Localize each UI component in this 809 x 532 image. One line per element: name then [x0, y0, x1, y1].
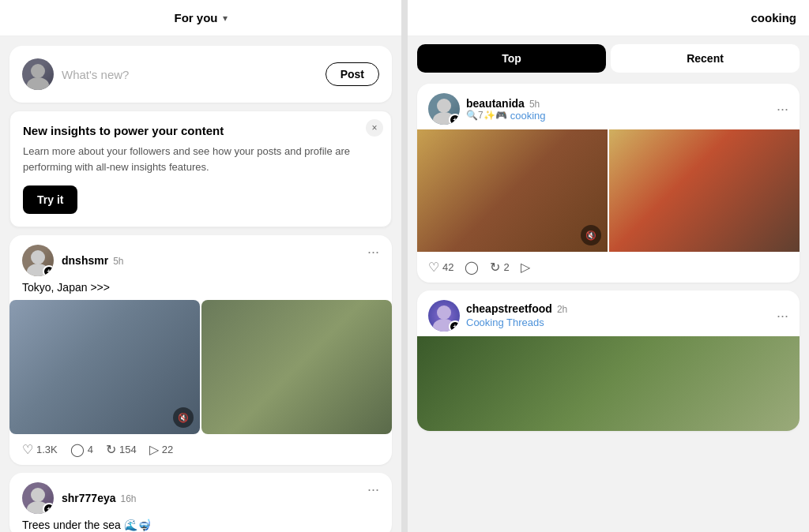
comment-icon-cooking: ◯ — [465, 260, 479, 275]
cooking-like-count: 42 — [442, 261, 453, 273]
post-meta: dnshsmr 5h — [62, 254, 123, 267]
cheap-avatar[interactable]: + — [428, 300, 460, 332]
mute-icon: 🔇 — [173, 407, 194, 428]
add-icon: + — [43, 265, 54, 276]
chevron-down-icon[interactable]: ▾ — [223, 13, 228, 24]
left-header: For you ▾ — [0, 0, 401, 36]
insight-title: New insights to power your content — [23, 124, 378, 137]
post-header-dnshsmr: + dnshsmr 5h ··· — [9, 245, 392, 276]
cooking-threads-link[interactable]: Cooking Threads — [466, 317, 544, 328]
post-username[interactable]: dnshsmr — [62, 254, 108, 267]
svg-point-0 — [31, 64, 45, 78]
post-username-shr[interactable]: shr777eya — [62, 492, 116, 504]
cooking-user-row-cheap: + cheapstreetfood 2h Cooking Threads — [428, 300, 567, 332]
cheap-meta: cheapstreetfood 2h Cooking Threads — [466, 302, 567, 329]
post-header-shr: + shr777eya 16h ··· — [9, 482, 392, 514]
cooking-comment-button[interactable]: ◯ — [465, 260, 479, 275]
compose-placeholder[interactable]: What's new? — [62, 68, 318, 81]
post-user-info: + dnshsmr 5h — [22, 245, 123, 276]
post-images: 🔇 — [9, 300, 392, 434]
share-count: 22 — [162, 444, 173, 455]
username-time: dnshsmr 5h — [62, 254, 123, 267]
dnshsmr-avatar[interactable]: + — [22, 245, 54, 276]
cooking-post-header-cheap: + cheapstreetfood 2h Cooking Threads ··· — [417, 290, 800, 336]
cooking-post-cheap: + cheapstreetfood 2h Cooking Threads ··· — [417, 290, 800, 431]
cooking-user-row-beau: + beautanida 5h 🔍7✨🎮 cooking — [428, 93, 546, 125]
post-image-2[interactable] — [201, 300, 392, 434]
svg-point-6 — [437, 99, 451, 113]
heart-icon: ♡ — [22, 442, 33, 457]
right-panel: cooking ··· Top Recent + — [408, 0, 809, 532]
post-text: Tokyo, Japan >>> — [9, 281, 392, 300]
beau-username[interactable]: beautanida — [466, 97, 525, 110]
repost-icon: ↻ — [106, 442, 116, 457]
share-icon-cooking: ▷ — [521, 260, 530, 275]
beau-avatar[interactable]: + — [428, 93, 460, 125]
repost-count: 154 — [119, 444, 137, 455]
mute-cooking-icon: 🔇 — [581, 225, 601, 245]
beau-hashtag-row: 🔍7✨🎮 cooking — [466, 110, 546, 122]
comment-count: 4 — [88, 444, 93, 455]
svg-point-1 — [27, 77, 49, 90]
like-button[interactable]: ♡ 1.3K — [22, 442, 58, 457]
cooking-image-1[interactable]: 🔇 — [417, 129, 608, 252]
cooking-like-button[interactable]: ♡ 42 — [428, 260, 453, 275]
more-options-right-icon[interactable]: ··· — [785, 9, 796, 26]
comment-icon: ◯ — [70, 442, 85, 457]
post-card-shr777eya: + shr777eya 16h ··· Trees under the sea … — [9, 473, 392, 532]
add-icon-cheap: + — [449, 320, 460, 332]
tab-recent[interactable]: Recent — [611, 44, 800, 73]
cooking-repost-button[interactable]: ↻ 2 — [490, 260, 509, 275]
more-options-cheap-icon[interactable]: ··· — [777, 309, 788, 323]
post-card-dnshsmr: + dnshsmr 5h ··· Tokyo, Japan >>> 🔇 — [9, 235, 392, 465]
share-icon: ▷ — [149, 442, 159, 457]
compose-area: What's new? Post — [22, 58, 379, 90]
like-count: 1.3K — [36, 444, 58, 455]
tab-bar: Top Recent — [408, 36, 809, 81]
insight-card: × New insights to power your content Lea… — [9, 111, 392, 227]
left-panel: For you ▾ What's new? Post × New insight… — [0, 0, 401, 532]
street-food-image[interactable] — [417, 336, 800, 431]
cheap-username[interactable]: cheapstreetfood — [466, 302, 552, 315]
left-feed: What's new? Post × New insights to power… — [0, 36, 401, 532]
post-user-info-shr: + shr777eya 16h — [22, 482, 137, 514]
heart-icon-cooking: ♡ — [428, 260, 439, 275]
right-content: Top Recent + beautanida — [408, 36, 809, 532]
for-you-title: For you — [175, 11, 218, 24]
repost-icon-cooking: ↻ — [490, 260, 500, 275]
username-time-shr: shr777eya 16h — [62, 492, 137, 504]
post-meta-shr: shr777eya 16h — [62, 492, 137, 504]
cooking-image-2[interactable] — [609, 129, 800, 252]
more-options-beau-icon[interactable]: ··· — [777, 102, 788, 116]
try-it-button[interactable]: Try it — [23, 185, 77, 214]
add-icon-beau: + — [449, 114, 460, 125]
beau-username-time: beautanida 5h — [466, 97, 546, 110]
share-button[interactable]: ▷ 22 — [149, 442, 173, 457]
post-button[interactable]: Post — [325, 62, 379, 86]
tab-section: Top Recent — [408, 36, 809, 84]
close-icon[interactable]: × — [366, 119, 383, 137]
cooking-post-images: 🔇 — [417, 129, 800, 252]
cooking-share-button[interactable]: ▷ — [521, 260, 530, 275]
repost-button[interactable]: ↻ 154 — [106, 442, 137, 457]
cheap-time: 2h — [557, 304, 567, 315]
tab-top[interactable]: Top — [417, 44, 606, 73]
post-time-shr: 16h — [121, 493, 137, 504]
cooking-hashtag[interactable]: cooking — [510, 110, 546, 122]
post-time: 5h — [113, 256, 123, 267]
more-options-icon[interactable]: ··· — [367, 245, 379, 259]
compose-card: What's new? Post — [9, 46, 392, 103]
svg-point-8 — [437, 305, 451, 320]
beau-meta: beautanida 5h 🔍7✨🎮 cooking — [466, 97, 546, 122]
shr-avatar[interactable]: + — [22, 482, 54, 514]
comment-button[interactable]: ◯ 4 — [70, 442, 93, 457]
insight-description: Learn more about your followers and see … — [23, 144, 378, 174]
cheap-username-time: cheapstreetfood 2h — [466, 302, 567, 315]
svg-point-2 — [31, 250, 45, 264]
cooking-post-beautanida: + beautanida 5h 🔍7✨🎮 cooking ··· — [417, 84, 800, 283]
post-text-shr: Trees under the sea 🌊🤿 — [9, 519, 392, 532]
beau-time: 5h — [529, 99, 540, 110]
post-image-1[interactable]: 🔇 — [9, 300, 200, 434]
more-options-icon-shr[interactable]: ··· — [367, 482, 379, 496]
panel-separator — [401, 0, 408, 532]
